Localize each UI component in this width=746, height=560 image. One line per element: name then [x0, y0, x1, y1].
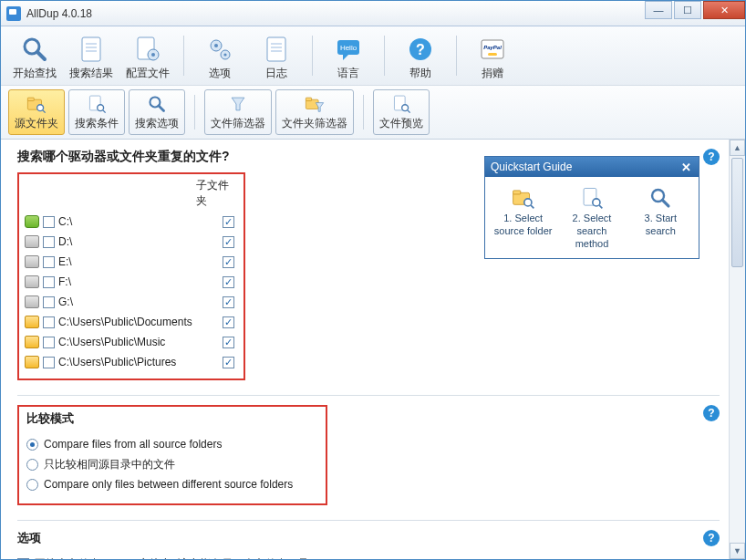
source-folder-row: F:\: [25, 273, 238, 291]
folder-checkbox[interactable]: [43, 357, 55, 368]
toolbar-label: 捐赠: [482, 66, 503, 81]
tab-label: 搜索选项: [135, 116, 179, 131]
folder-checkbox[interactable]: [43, 256, 55, 268]
tab-label: 文件夹筛选器: [282, 116, 347, 131]
main-panel: 搜索哪个驱动器或文件夹重复的文件? ? Quickstart Guide ✕ 1…: [1, 140, 729, 559]
minimize-button[interactable]: —: [645, 1, 672, 19]
quickstart-title: Quickstart Guide: [491, 161, 572, 173]
compare-option-1: 只比较相同源目录中的文件: [26, 454, 318, 474]
folder-checkbox[interactable]: [43, 316, 55, 328]
tabs-toolbar: 源文件夹搜索条件搜索选项文件筛选器文件夹筛选器文件预览: [1, 86, 745, 140]
folder-icon: [25, 356, 39, 368]
checkbox[interactable]: [17, 558, 29, 560]
subfolder-checkbox[interactable]: [223, 276, 234, 288]
folder-checkbox[interactable]: [43, 337, 55, 348]
folder-checkbox[interactable]: [43, 216, 55, 228]
svg-point-10: [214, 44, 218, 47]
source-folder-row: D:\: [25, 233, 238, 251]
quickstart-step-3[interactable]: 3. Startsearch: [627, 181, 695, 254]
search-results-icon: [77, 35, 106, 64]
svg-line-41: [531, 205, 534, 208]
divider: [17, 395, 720, 396]
file-filter-icon: [227, 94, 249, 114]
radio-button[interactable]: [26, 479, 38, 491]
compare-option-2: Compare only files between different sou…: [26, 474, 318, 494]
tab-label: 文件筛选器: [211, 116, 265, 131]
svg-rect-25: [27, 98, 34, 100]
radio-button[interactable]: [26, 459, 38, 471]
step-icon: [648, 185, 673, 211]
svg-line-30: [103, 110, 106, 113]
subfolder-checkbox[interactable]: [223, 316, 234, 328]
svg-point-43: [593, 199, 600, 206]
folder-checkbox[interactable]: [43, 236, 55, 248]
quickstart-close-icon[interactable]: ✕: [679, 160, 693, 174]
tab-label: 源文件夹: [15, 116, 58, 131]
divider: [17, 520, 720, 521]
tab-search-options[interactable]: 搜索选项: [129, 89, 185, 135]
help-button[interactable]: ?帮助: [394, 30, 447, 81]
folder-path: C:\Users\Public\Documents: [58, 316, 213, 328]
source-folders-section: 搜索哪个驱动器或文件夹重复的文件? ? Quickstart Guide ✕ 1…: [17, 149, 720, 380]
scroll-track[interactable]: [730, 156, 745, 543]
svg-line-1: [37, 52, 45, 59]
radio-button[interactable]: [26, 439, 38, 451]
source-folder-row: C:\Users\Public\Music: [25, 333, 238, 351]
donate-button[interactable]: PayPal捐赠: [466, 30, 519, 81]
language-button[interactable]: Hello语言: [322, 30, 375, 81]
subfolder-checkbox[interactable]: [223, 296, 234, 308]
subfolder-checkbox[interactable]: [223, 216, 234, 228]
scroll-thumb[interactable]: [731, 158, 743, 267]
toolbar-separator: [194, 95, 195, 130]
close-button[interactable]: ✕: [703, 1, 745, 19]
subfolder-checkbox[interactable]: [223, 236, 234, 248]
tab-label: 搜索条件: [75, 116, 119, 131]
start-search-button[interactable]: 开始查找: [8, 30, 61, 81]
options-icon: [205, 35, 234, 64]
scroll-up-arrow[interactable]: ▲: [730, 140, 745, 156]
tab-file-preview[interactable]: 文件预览: [373, 89, 430, 135]
quickstart-body: 1. Selectsource folder2. Selectsearch me…: [485, 177, 699, 258]
radio-label: Compare only files between different sou…: [44, 478, 293, 491]
radio-label: Compare files from all source folders: [44, 438, 222, 451]
toolbar-separator: [363, 95, 364, 130]
folder-path: G:\: [58, 296, 195, 308]
source-folder-row: C:\Users\Public\Documents: [25, 313, 238, 331]
step-label: 3. Startsearch: [645, 213, 677, 238]
options-button[interactable]: 选项: [193, 30, 246, 81]
toolbar-label: 语言: [337, 66, 359, 81]
svg-rect-34: [306, 98, 311, 100]
scroll-down-arrow[interactable]: ▼: [730, 543, 745, 559]
tab-search-criteria[interactable]: 搜索条件: [68, 89, 125, 135]
svg-point-12: [223, 53, 226, 56]
scrollbar[interactable]: ▲ ▼: [729, 140, 745, 559]
quickstart-step-1[interactable]: 1. Selectsource folder: [489, 181, 557, 254]
search-results-button[interactable]: 搜索结果: [65, 30, 118, 81]
svg-line-27: [43, 110, 46, 113]
svg-rect-39: [513, 191, 520, 194]
folder-path: D:\: [58, 235, 195, 248]
subfolder-checkbox[interactable]: [223, 357, 234, 368]
help-icon[interactable]: ?: [703, 405, 720, 421]
maximize-button[interactable]: ☐: [674, 1, 701, 19]
folder-checkbox[interactable]: [43, 276, 55, 288]
tab-file-filter[interactable]: 文件筛选器: [204, 89, 272, 135]
subfolder-column-label: 子文件夹: [196, 178, 238, 209]
tab-source-folders[interactable]: 源文件夹: [8, 89, 65, 135]
config-file-button[interactable]: 配置文件: [121, 30, 174, 81]
file-preview-icon: [390, 94, 412, 114]
help-icon[interactable]: ?: [703, 530, 720, 546]
help-icon[interactable]: ?: [703, 149, 720, 165]
quickstart-step-2[interactable]: 2. Selectsearch method: [557, 181, 626, 254]
log-button[interactable]: 日志: [250, 30, 303, 81]
folder-path: C:\Users\Public\Music: [58, 336, 213, 348]
start-search-icon: [20, 35, 49, 64]
svg-line-44: [599, 205, 602, 208]
svg-rect-2: [82, 37, 100, 61]
radio-label: 只比较相同源目录中的文件: [44, 457, 175, 472]
subfolder-checkbox[interactable]: [223, 256, 234, 268]
subfolder-checkbox[interactable]: [223, 337, 234, 348]
folder-checkbox[interactable]: [43, 296, 55, 308]
disk-icon: [25, 275, 39, 288]
tab-folder-filter[interactable]: 文件夹筛选器: [275, 89, 354, 135]
